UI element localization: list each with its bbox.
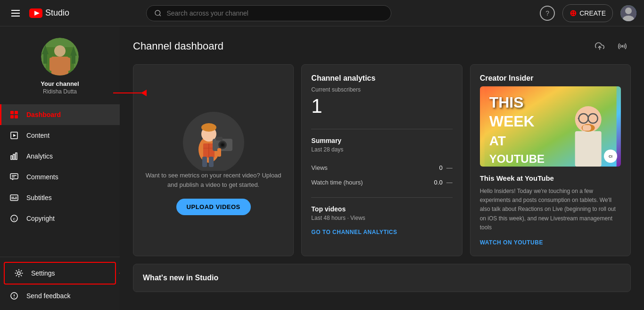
svg-point-34 (17, 272, 20, 275)
dashboard-icon (9, 110, 19, 119)
comments-label: Comments (26, 173, 58, 181)
svg-rect-52 (217, 148, 221, 157)
settings-icon (14, 268, 24, 278)
content-area: Channel dashboard (120, 26, 644, 310)
views-label: Views (311, 164, 327, 171)
insider-desc: Hello Insiders! Today we're touching on … (480, 187, 621, 232)
watch-time-metric: Watch time (hours) 0.0 — (311, 175, 452, 190)
svg-rect-22 (11, 156, 12, 159)
whats-new-title: What's new in Studio (143, 274, 621, 282)
hamburger-menu-button[interactable] (8, 6, 24, 20)
svg-point-37 (14, 297, 15, 298)
thumbnail-svg: THIS WEEK AT YOUTUBE (480, 86, 621, 167)
views-metric: Views 0 — (311, 160, 452, 175)
svg-text:c: c (13, 217, 16, 221)
upload-videos-button[interactable]: UPLOAD VIDEOS (176, 199, 251, 215)
camera-illustration (176, 105, 251, 171)
views-value: 0 — (439, 164, 452, 171)
create-label: CREATE (579, 9, 606, 17)
divider-2 (311, 197, 452, 198)
logo-text: Studio (45, 8, 69, 18)
svg-point-46 (201, 123, 216, 132)
svg-text:AT: AT (489, 134, 505, 148)
watch-on-youtube-link[interactable]: WATCH ON YOUTUBE (480, 239, 543, 246)
svg-text:WEEK: WEEK (489, 113, 534, 130)
svg-point-51 (221, 143, 224, 146)
search-bar[interactable] (146, 5, 391, 21)
summary-title: Summary (311, 137, 452, 144)
top-videos-title: Top videos (311, 205, 452, 213)
go-to-analytics-link[interactable]: GO TO CHANNEL ANALYTICS (311, 229, 452, 235)
page-actions (591, 38, 631, 55)
feedback-label: Send feedback (26, 292, 70, 300)
feedback-icon (9, 291, 19, 301)
whats-new-card: What's new in Studio (133, 264, 631, 292)
analytics-icon (9, 151, 19, 161)
sidebar-bottom: Settings Send feedback (0, 257, 120, 310)
svg-text:YOUTUBE: YOUTUBE (489, 152, 544, 165)
analytics-label: Analytics (26, 152, 53, 160)
sidebar-item-feedback[interactable]: Send feedback (0, 285, 120, 306)
watch-time-value: 0.0 — (434, 179, 453, 186)
svg-rect-14 (72, 56, 75, 64)
main-layout: Your channel Ridisha Dutta Dashboard (0, 26, 644, 310)
upload-icon-button[interactable] (591, 38, 608, 55)
insider-card-title: Creator Insider (480, 74, 621, 83)
watch-time-label: Watch time (hours) (311, 179, 363, 186)
svg-rect-17 (15, 111, 18, 114)
upload-card: Want to see metrics on your recent video… (133, 64, 294, 256)
svg-point-2 (155, 10, 160, 16)
subscribers-count: 1 (311, 95, 452, 117)
upload-prompt: Want to see metrics on your recent video… (145, 171, 282, 189)
sidebar-item-subtitles[interactable]: Subtitles (0, 187, 120, 208)
create-plus-icon: ⊕ (570, 8, 577, 18)
svg-rect-11 (64, 58, 70, 71)
svg-rect-48 (216, 137, 223, 141)
sidebar-item-settings[interactable]: Settings (5, 263, 115, 284)
topbar: Studio ? ⊕ CREATE (0, 0, 644, 26)
help-button[interactable]: ? (540, 6, 555, 21)
sidebar-item-analytics[interactable]: Analytics (0, 146, 120, 167)
sidebar-item-content[interactable]: Content (0, 125, 120, 146)
insider-card: Creator Insider (470, 64, 631, 256)
avatar-image (41, 38, 79, 75)
topbar-left: Studio (8, 6, 69, 20)
svg-point-8 (54, 45, 66, 57)
summary-subtitle: Last 28 days (311, 146, 452, 153)
svg-rect-25 (10, 174, 18, 179)
page-title: Channel dashboard (133, 40, 223, 52)
subtitles-icon (9, 193, 19, 202)
sidebar: Your channel Ridisha Dutta Dashboard (0, 26, 120, 310)
svg-point-4 (625, 8, 632, 14)
channel-avatar (41, 38, 79, 75)
analytics-card-title: Channel analytics (311, 74, 452, 83)
subscribers-label: Current subscribers (311, 86, 452, 93)
live-stream-icon-button[interactable] (614, 38, 631, 55)
svg-rect-18 (10, 115, 14, 118)
search-input[interactable] (166, 9, 383, 17)
settings-label: Settings (31, 269, 55, 277)
svg-rect-23 (13, 154, 15, 159)
dashboard-label: Dashboard (26, 111, 61, 118)
studio-logo[interactable]: Studio (29, 8, 69, 18)
sidebar-item-copyright[interactable]: c Copyright (0, 208, 120, 229)
creator-badge: CI (604, 150, 617, 163)
sidebar-item-dashboard[interactable]: Dashboard (0, 104, 120, 125)
user-avatar[interactable] (620, 5, 636, 21)
comments-icon (9, 172, 19, 182)
svg-rect-19 (15, 115, 18, 118)
search-icon (154, 9, 162, 17)
svg-point-39 (621, 45, 623, 47)
content-icon (9, 131, 19, 140)
youtube-icon (29, 8, 42, 18)
svg-rect-16 (10, 111, 14, 114)
sidebar-item-comments[interactable]: Comments (0, 167, 120, 187)
dashboard-grid: Want to see metrics on your recent video… (133, 64, 631, 256)
svg-marker-21 (13, 134, 16, 137)
topbar-right: ? ⊕ CREATE (540, 4, 636, 22)
svg-rect-12 (43, 54, 47, 64)
insider-thumbnail: THIS WEEK AT YOUTUBE CI (480, 86, 621, 167)
subtitles-label: Subtitles (26, 194, 52, 201)
create-button[interactable]: ⊕ CREATE (562, 4, 613, 22)
arrow-to-channel (113, 90, 120, 96)
